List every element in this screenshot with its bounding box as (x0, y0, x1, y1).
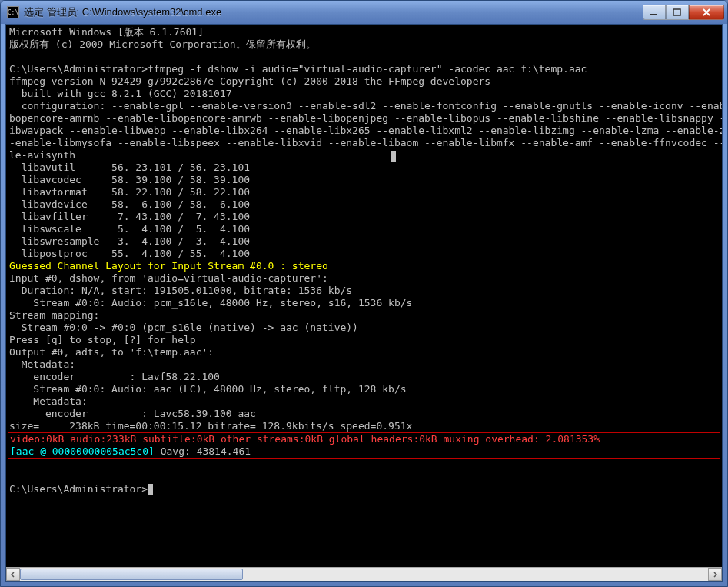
line: Stream #0:0: Audio: pcm_s16le, 48000 Hz,… (9, 297, 412, 309)
cmd-window: C:\ 选定 管理员: C:\Windows\system32\cmd.exe … (0, 0, 728, 587)
titlebar[interactable]: C:\ 选定 管理员: C:\Windows\system32\cmd.exe (1, 1, 727, 24)
terminal-output[interactable]: Microsoft Windows [版本 6.1.7601] 版权所有 (c)… (6, 25, 722, 567)
selection-cursor (391, 151, 396, 162)
close-icon (702, 8, 711, 16)
line: -enable-libmysofa --enable-libspeex --en… (9, 137, 722, 148)
line: Stream #0:0 -> #0:0 (pcm_s16le (native) … (9, 322, 358, 333)
line: libavfilter 7. 43.100 / 7. 43.100 (9, 211, 250, 222)
chevron-left-icon (10, 572, 16, 578)
line: bopencore-amrnb --enable-libopencore-amr… (9, 112, 722, 124)
window-controls (643, 5, 724, 20)
line: Input #0, dshow, from 'audio=virtual-aud… (9, 272, 328, 284)
line: Output #0, adts, to 'f:\temp.aac': (9, 346, 214, 358)
line: encoder : Lavc58.39.100 aac (9, 408, 256, 419)
line: Press [q] to stop, [?] for help (9, 334, 196, 345)
line: Metadata: (9, 395, 88, 407)
line: C:\Users\Administrator>ffmpeg -f dshow -… (9, 63, 587, 75)
line: Stream mapping: (9, 309, 99, 321)
line: ibwavpack --enable-libwebp --enable-libx… (9, 125, 722, 136)
close-button[interactable] (689, 5, 724, 20)
prompt: C:\Users\Administrator> (9, 483, 148, 495)
cmd-icon: C:\ (7, 6, 19, 18)
line: le-avisynth (9, 149, 75, 161)
chevron-right-icon (712, 572, 718, 578)
line: libswscale 5. 4.100 / 5. 4.100 (9, 223, 250, 235)
line: Metadata: (9, 359, 75, 370)
line: libavutil 56. 23.101 / 56. 23.101 (9, 162, 250, 173)
client-area: Microsoft Windows [版本 6.1.7601] 版权所有 (c)… (5, 24, 723, 582)
line: libswresample 3. 4.100 / 3. 4.100 (9, 235, 250, 247)
line: Stream #0:0: Audio: aac (LC), 48000 Hz, … (9, 383, 407, 395)
line: size= 238kB time=00:00:15.12 bitrate= 12… (9, 420, 412, 432)
line-overhead: video:0kB audio:233kB subtitle:0kB other… (10, 433, 600, 445)
scroll-thumb[interactable] (20, 569, 243, 580)
svg-rect-1 (673, 9, 680, 15)
line: libavdevice 58. 6.100 / 58. 6.100 (9, 198, 250, 210)
line: libavformat 58. 22.100 / 58. 22.100 (9, 186, 250, 198)
line: configuration: --enable-gpl --enable-ver… (9, 100, 722, 112)
line: libpostproc 55. 4.100 / 55. 4.100 (9, 248, 250, 259)
maximize-button[interactable] (666, 5, 689, 20)
minimize-icon (650, 8, 659, 16)
text-cursor (148, 484, 153, 495)
line-guessed: Guessed Channel Layout for Input Stream … (9, 260, 328, 272)
scroll-right-button[interactable] (708, 568, 722, 581)
scroll-track[interactable] (20, 568, 708, 581)
line: built with gcc 8.2.1 (GCC) 20181017 (9, 88, 232, 99)
line-qavg: Qavg: 43814.461 (155, 445, 251, 457)
window-title: 选定 管理员: C:\Windows\system32\cmd.exe (24, 5, 643, 19)
svg-rect-0 (650, 14, 657, 15)
line: encoder : Lavf58.22.100 (9, 371, 220, 382)
highlight-box: video:0kB audio:233kB subtitle:0kB other… (8, 432, 720, 459)
line: libavcodec 58. 39.100 / 58. 39.100 (9, 174, 250, 185)
line: Duration: N/A, start: 191505.011000, bit… (9, 285, 352, 296)
maximize-icon (673, 8, 682, 16)
line-aac-tag: [aac @ 00000000005ac5c0] (10, 445, 155, 457)
line: ffmpeg version N-92429-g7992c2867e Copyr… (9, 75, 490, 87)
scroll-left-button[interactable] (6, 568, 20, 581)
horizontal-scrollbar[interactable] (6, 567, 722, 581)
minimize-button[interactable] (643, 5, 666, 20)
line: Microsoft Windows [版本 6.1.7601] (9, 26, 204, 38)
line: 版权所有 (c) 2009 Microsoft Corporation。保留所有… (9, 38, 316, 50)
